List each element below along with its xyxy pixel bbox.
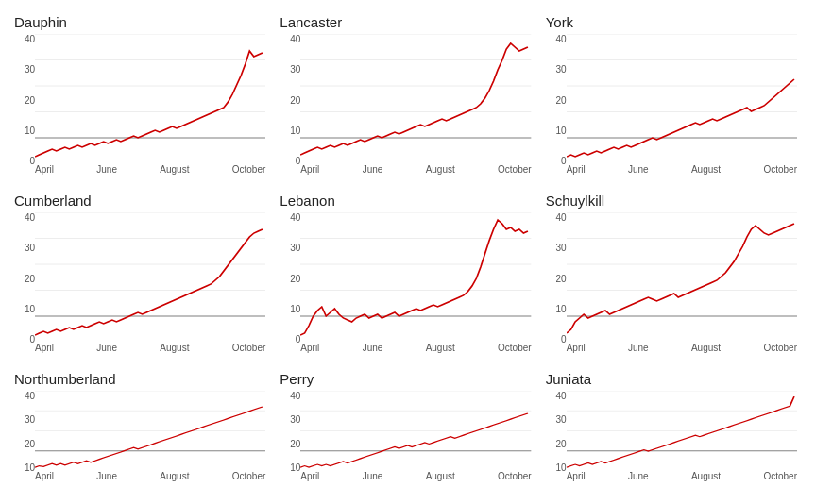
chart-cell-lebanon: Lebanon 403020100 AprilJuneAugustOctober	[275, 188, 540, 366]
y-label: 10	[280, 304, 300, 314]
y-label: 0	[546, 334, 567, 344]
x-label: April	[35, 164, 54, 175]
y-label: 30	[14, 414, 35, 425]
y-label: 40	[546, 34, 567, 44]
x-label: October	[763, 164, 797, 175]
y-label: 20	[280, 439, 300, 449]
x-label: June	[628, 164, 649, 175]
chart-title: Cumberland	[14, 193, 265, 209]
y-label: 0	[280, 156, 300, 166]
x-label: October	[498, 343, 532, 353]
chart-title: Perry	[280, 371, 531, 387]
x-label: August	[691, 343, 721, 353]
y-label: 40	[280, 212, 300, 223]
y-label: 10	[14, 462, 35, 473]
x-label: June	[628, 343, 649, 353]
x-label: October	[498, 164, 532, 175]
y-label: 40	[280, 34, 300, 44]
x-label: June	[363, 343, 383, 353]
x-label: June	[628, 471, 649, 481]
y-label: 30	[546, 64, 567, 75]
y-label: 40	[280, 391, 300, 401]
x-label: April	[300, 164, 319, 175]
y-label: 30	[14, 243, 35, 253]
y-label: 0	[280, 334, 300, 344]
x-label: August	[426, 164, 455, 175]
y-label: 20	[14, 274, 35, 284]
y-label: 20	[546, 274, 567, 284]
chart-cell-northumberland: Northumberland 40302010 AprilJuneAugustO…	[9, 366, 275, 495]
x-label: October	[232, 343, 266, 353]
y-label: 10	[546, 126, 567, 136]
x-label: August	[426, 471, 455, 481]
y-label: 30	[280, 414, 300, 425]
chart-cell-perry: Perry 40302010 AprilJuneAugustOctober	[275, 366, 540, 495]
chart-title: Northumberland	[14, 371, 265, 387]
chart-title: Juniata	[546, 371, 797, 387]
chart-title: Dauphin	[14, 14, 265, 30]
x-label: April	[300, 343, 319, 353]
x-label: April	[567, 471, 586, 481]
y-label: 30	[546, 414, 567, 425]
y-label: 40	[14, 212, 35, 223]
chart-cell-york: York 403020100 AprilJuneAugustOctober	[541, 9, 807, 188]
y-label: 20	[546, 439, 567, 449]
y-label: 10	[280, 126, 300, 136]
y-label: 20	[14, 95, 35, 106]
chart-cell-dauphin: Dauphin 403020100 AprilJuneAugustOctober	[9, 9, 275, 188]
x-label: April	[567, 343, 586, 353]
y-label: 30	[546, 243, 567, 253]
x-label: October	[763, 343, 797, 353]
x-label: August	[426, 343, 455, 353]
y-label: 20	[280, 95, 300, 106]
chart-cell-lancaster: Lancaster 403020100 AprilJuneAugustOctob…	[275, 9, 540, 188]
y-label: 10	[546, 304, 567, 314]
y-label: 40	[14, 391, 35, 401]
y-label: 40	[14, 34, 35, 44]
chart-cell-cumberland: Cumberland 403020100 AprilJuneAugustOcto…	[9, 188, 275, 366]
y-label: 10	[14, 304, 35, 314]
x-label: August	[160, 471, 189, 481]
x-label: April	[300, 471, 319, 481]
x-label: August	[691, 164, 721, 175]
y-label: 30	[14, 64, 35, 75]
y-label: 30	[280, 243, 300, 253]
x-label: October	[498, 471, 532, 481]
x-label: June	[96, 471, 117, 481]
x-label: June	[96, 164, 117, 175]
x-label: October	[232, 471, 266, 481]
x-label: June	[363, 164, 383, 175]
y-label: 30	[280, 64, 300, 75]
chart-title: Lebanon	[280, 193, 531, 209]
charts-grid: Dauphin 403020100 AprilJuneAugustOctober…	[0, 0, 816, 495]
x-label: April	[35, 471, 54, 481]
y-label: 10	[546, 462, 567, 473]
x-label: August	[160, 164, 189, 175]
y-label: 0	[546, 156, 567, 166]
x-label: August	[691, 471, 721, 481]
y-label: 20	[546, 95, 567, 106]
x-label: April	[35, 343, 54, 353]
y-label: 0	[14, 334, 35, 344]
x-label: October	[232, 164, 266, 175]
chart-title: Lancaster	[280, 14, 531, 30]
y-label: 20	[14, 439, 35, 449]
y-label: 10	[280, 462, 300, 473]
chart-cell-juniata: Juniata 40302010 AprilJuneAugustOctober	[541, 366, 807, 495]
chart-title: Schuylkill	[546, 193, 797, 209]
x-label: October	[763, 471, 797, 481]
x-label: June	[96, 343, 117, 353]
x-label: June	[363, 471, 383, 481]
chart-cell-schuylkill: Schuylkill 403020100 AprilJuneAugustOcto…	[541, 188, 807, 366]
x-label: April	[567, 164, 586, 175]
x-label: August	[160, 343, 189, 353]
y-label: 40	[546, 391, 567, 401]
y-label: 20	[280, 274, 300, 284]
chart-title: York	[546, 14, 797, 30]
y-label: 0	[14, 156, 35, 166]
y-label: 10	[14, 126, 35, 136]
y-label: 40	[546, 212, 567, 223]
